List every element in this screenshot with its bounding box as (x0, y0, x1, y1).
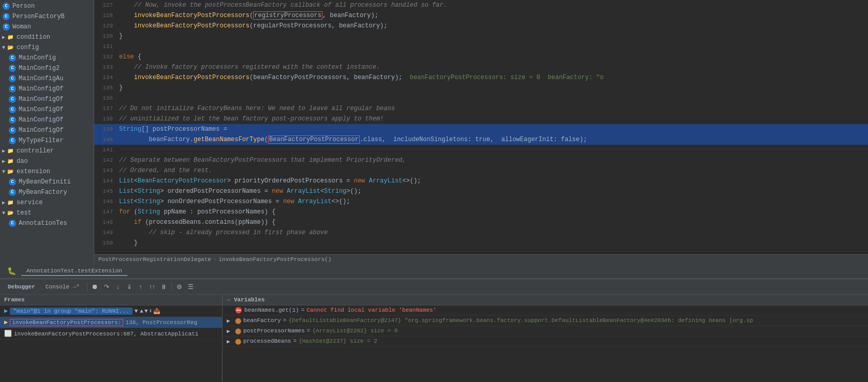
var-item-beanfactory[interactable]: ▶ ⬤ beanFactory = {DefaultListableBeanFa… (223, 316, 868, 326)
arrow-right-icon: ▶ (2, 34, 5, 40)
sidebar-item-test[interactable]: ▼ 📂 test (0, 208, 94, 218)
bottom-panel: Debugger Console →* ⏺ ↷ ↓ ⇓ ↑ ↑↑ ⏸ ⚙ (0, 279, 868, 382)
thread-item[interactable]: ▶ "main"@1 in group "main": RUNNI... ▼ ▲… (0, 305, 222, 317)
variables-label: Variables (234, 297, 264, 303)
code-line-130: 130 } (94, 31, 868, 41)
sidebar-item-mybeandefiniti[interactable]: C MyBeanDefiniti (0, 177, 94, 187)
sidebar-item-mainconfigof1[interactable]: C MainConfigOf (0, 84, 94, 94)
code-line-137: 137 // Do not initialize FactoryBeans he… (94, 103, 868, 114)
toolbar-separator (87, 283, 87, 291)
debug-toolbar: Debugger Console →* ⏺ ↷ ↓ ⇓ ↑ ↑↑ ⏸ ⚙ (0, 279, 868, 295)
arrow-down-icon: ▼ (2, 45, 5, 51)
sidebar-item-woman[interactable]: C Woman (0, 22, 94, 32)
sidebar-item-person[interactable]: C Person (0, 1, 94, 11)
sidebar-item-annotationtest[interactable]: C AnnotationTes (0, 218, 94, 228)
var-item-postprocessornames[interactable]: ▶ ⬤ postProcessorNames = {ArrayList@2202… (223, 326, 868, 337)
sidebar-item-service[interactable]: ▶ 📁 service (0, 197, 94, 208)
breadcrumb: PostProcessorRegistrationDelegate › invo… (94, 254, 868, 264)
circle-c-icon: C (8, 74, 17, 83)
debug-evaluate[interactable]: ⏸ (158, 282, 169, 292)
code-line-131: 131 (94, 41, 868, 52)
code-line-142: 142 // Separate between BeanFactoryPostP… (94, 155, 868, 165)
circle-c-icon: C (8, 136, 17, 145)
frame-icon2: ⬜ (4, 330, 12, 338)
variables-arrow: → (227, 297, 230, 303)
circle-c-icon: C (8, 105, 17, 114)
debug-force-step-into[interactable]: ⇓ (124, 282, 135, 292)
debug-step-into[interactable]: ↓ (113, 282, 123, 292)
sidebar-item-mainconfigof2[interactable]: C MainConfigOf (0, 94, 94, 104)
code-line-143: 143 // Ordered, and the rest. (94, 165, 868, 176)
code-editor: 127 // Now, invoke the postProcessBeanFa… (94, 0, 868, 264)
sidebar-item-condition[interactable]: ▶ 📁 condition (0, 32, 94, 42)
sidebar-item-mainconfigof5[interactable]: C MainConfigOf (0, 125, 94, 135)
settings-icon: ⚙ (176, 283, 182, 291)
var-item-beannames[interactable]: ⛔ beanNames.get(1) = Cannot find local v… (223, 305, 868, 316)
code-line-135: 135 } (94, 83, 868, 93)
frame-item-2[interactable]: ⬜ invokeBeanFactoryPostProcessors:687, A… (0, 328, 222, 340)
sidebar-item-mainconfigof4[interactable]: C MainConfigOf (0, 115, 94, 125)
sidebar-item-extension[interactable]: ▼ 📂 extension (0, 166, 94, 177)
circle-c-icon: C (2, 2, 10, 10)
arrow-down-icon: ▼ (2, 169, 5, 175)
debug-show-button[interactable]: ⏺ (90, 282, 100, 292)
frame-arrow-icon: ▶ (4, 318, 8, 326)
frames-label: Frames (4, 297, 25, 303)
debug-step-out[interactable]: ↑ (136, 282, 146, 292)
circle-c-icon: C (8, 178, 17, 186)
sidebar-item-mytypefilter[interactable]: C MyTypeFilter (0, 135, 94, 146)
run-tab-annotation[interactable]: AnnotationTest.testExtension (21, 267, 127, 276)
step-out-icon: ↑ (139, 283, 142, 291)
debug-list[interactable]: ☰ (186, 282, 196, 292)
frame-location-1: 138, PostProcessorReg (125, 319, 197, 326)
evaluate-icon: ⏸ (160, 283, 167, 291)
thread-up-btn[interactable]: ▲ (140, 308, 143, 314)
code-line-132: 132 else { (94, 52, 868, 62)
sidebar-item-config[interactable]: ▼ 📂 config (0, 42, 94, 53)
sidebar-item-mainconfigof3[interactable]: C MainConfigOf (0, 104, 94, 115)
main-area: C Person C PersonFactoryB C Woman ▶ 📁 co… (0, 0, 868, 264)
thread-down-btn[interactable]: ▼ (144, 308, 148, 314)
code-line-144: 144 List<BeanFactoryPostProcessor> prior… (94, 176, 868, 186)
code-line-139: 139 String[] postProcessorNames = (94, 124, 868, 134)
debug-tab-console[interactable]: Console →* (41, 282, 84, 292)
arrow-down-icon: ▼ (2, 210, 5, 216)
code-line-127: 127 // Now, invoke the postProcessBeanFa… (94, 0, 868, 10)
var-item-processedbeans[interactable]: ▶ ⬤ processedBeans = {HashSet@2237} size… (223, 337, 868, 347)
debug-tab-debugger[interactable]: Debugger (3, 282, 40, 292)
code-line-136: 136 (94, 93, 868, 103)
circle-c-icon: C (8, 219, 17, 227)
code-line-129: 129 invokeBeanFactoryPostProcessors(regu… (94, 21, 868, 31)
step-into-icon: ↓ (116, 283, 120, 291)
thread-export-btn[interactable]: 📤 (153, 308, 160, 314)
code-line-134: 134 invokeBeanFactoryPostProcessors(bean… (94, 72, 868, 83)
run-to-cursor-icon: ↑↑ (149, 283, 155, 291)
bean-icon2: ⬤ (235, 328, 241, 334)
frame-item-1[interactable]: ▶ invokeBeanFactoryPostProcessors: 138, … (0, 317, 222, 328)
frame-redbox-label: invokeBeanFactoryPostProcessors: (10, 319, 123, 326)
circle-c-icon: C (8, 95, 17, 103)
frame-label-2: invokeBeanFactoryPostProcessors:687, Abs… (14, 331, 198, 337)
debug-run-to-cursor[interactable]: ↑↑ (147, 282, 157, 292)
sidebar-item-mainconfig[interactable]: C MainConfig (0, 53, 94, 63)
sidebar-item-mybeanalgorithm[interactable]: C MyBeanFactory (0, 187, 94, 197)
code-line-140: 140 beanFactory.getBeanNamesForType(Bean… (94, 134, 868, 145)
sidebar-item-mainconfigau[interactable]: C MainConfigAu (0, 73, 94, 84)
code-lines: 127 // Now, invoke the postProcessBeanFa… (94, 0, 868, 254)
debug-step-over[interactable]: ↷ (101, 282, 112, 292)
thread-filter-btn[interactable]: ⬇ (149, 308, 153, 314)
frames-panel: Frames ▶ "main"@1 in group "main": RUNNI… (0, 295, 223, 382)
frames-list: ▶ "main"@1 in group "main": RUNNI... ▼ ▲… (0, 305, 222, 382)
sidebar-item-controller[interactable]: ▶ 📁 controller (0, 146, 94, 156)
thread-icon: ▶ (4, 307, 8, 315)
run-tab-icon: 🐛 (2, 266, 21, 277)
code-line-133: 133 // Invoke factory processors registe… (94, 62, 868, 72)
sidebar-item-personfactoryb[interactable]: C PersonFactoryB (0, 11, 94, 22)
sidebar-item-dao[interactable]: ▶ 📁 dao (0, 156, 94, 166)
code-line-148: 148 if (processedBeans.contains(ppName))… (94, 217, 868, 227)
sidebar-item-mainconfig2[interactable]: C MainConfig2 (0, 63, 94, 73)
debug-settings[interactable]: ⚙ (174, 282, 185, 292)
code-area[interactable]: 127 // Now, invoke the postProcessBeanFa… (94, 0, 868, 254)
variables-header: → Variables (223, 295, 868, 305)
arrow-right-icon: ▶ (2, 200, 5, 206)
